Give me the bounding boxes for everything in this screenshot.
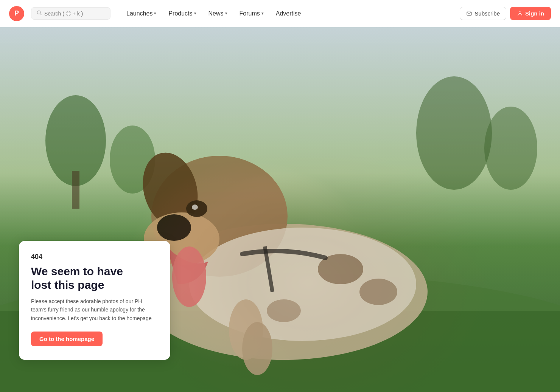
signin-label: Sign in [525, 10, 544, 17]
error-title: We seem to have lost this page [31, 265, 158, 292]
nav-item-products[interactable]: Products ▾ [163, 7, 201, 20]
svg-point-18 [172, 246, 206, 307]
subscribe-label: Subscribe [474, 10, 500, 17]
error-title-line2: lost this page [31, 279, 104, 291]
error-title-line1: We seem to have [31, 265, 123, 277]
nav-right: Subscribe Sign in [460, 7, 551, 20]
svg-point-23 [267, 299, 301, 322]
nav-label-news: News [208, 10, 224, 17]
svg-line-1 [40, 14, 41, 15]
chevron-down-icon: ▾ [261, 11, 264, 16]
navbar: P Launches ▾ Products ▾ News ▾ Forums ▾ [0, 0, 560, 27]
svg-point-20 [192, 205, 198, 210]
chevron-down-icon: ▾ [154, 11, 156, 16]
subscribe-button[interactable]: Subscribe [460, 7, 506, 20]
search-icon [37, 10, 42, 17]
logo-letter: P [14, 9, 19, 17]
search-box[interactable] [31, 7, 110, 20]
search-input[interactable] [44, 11, 105, 17]
logo[interactable]: P [9, 6, 24, 21]
homepage-button-label: Go to the homepage [39, 336, 94, 342]
signin-button[interactable]: Sign in [510, 7, 551, 20]
chevron-down-icon: ▾ [225, 11, 227, 16]
chevron-down-icon: ▾ [194, 11, 196, 16]
nav-label-advertise: Advertise [276, 10, 301, 17]
svg-point-17 [157, 214, 191, 241]
nav-links: Launches ▾ Products ▾ News ▾ Forums ▾ Ad… [121, 7, 457, 20]
nav-item-forums[interactable]: Forums ▾ [234, 7, 269, 20]
error-code: 404 [31, 253, 158, 261]
svg-point-3 [519, 11, 521, 13]
error-description: Please accept these adorable photos of o… [31, 297, 158, 322]
svg-rect-8 [72, 171, 79, 209]
error-card: 404 We seem to have lost this page Pleas… [19, 241, 170, 360]
subscribe-icon [466, 11, 472, 17]
homepage-button[interactable]: Go to the homepage [31, 332, 103, 346]
nav-label-launches: Launches [126, 10, 152, 17]
nav-item-news[interactable]: News ▾ [203, 7, 233, 20]
nav-item-launches[interactable]: Launches ▾ [121, 7, 162, 20]
svg-point-10 [416, 76, 492, 190]
svg-point-25 [242, 322, 272, 375]
nav-label-forums: Forums [240, 10, 260, 17]
svg-point-11 [484, 107, 537, 190]
nav-label-products: Products [168, 10, 192, 17]
signin-icon [517, 11, 523, 17]
svg-point-22 [359, 279, 397, 305]
nav-item-advertise[interactable]: Advertise [271, 7, 306, 20]
